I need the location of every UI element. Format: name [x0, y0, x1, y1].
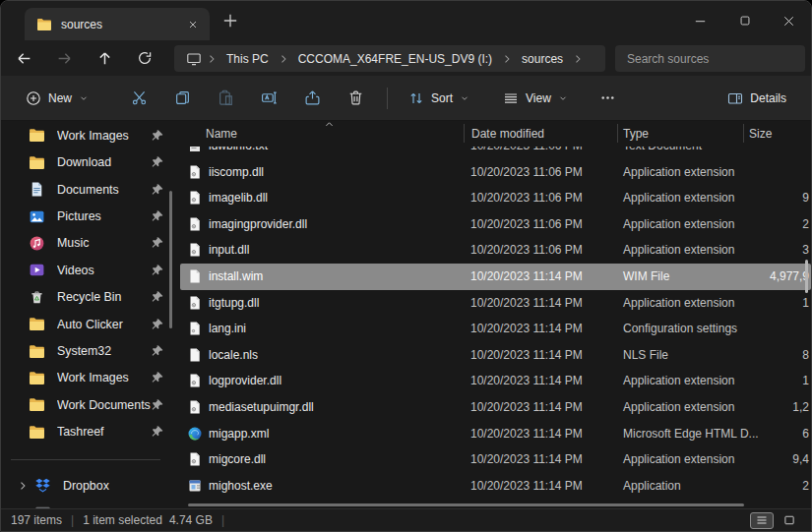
expander-chevron-icon[interactable] [17, 480, 29, 492]
folder-icon [29, 396, 45, 413]
more-options-icon[interactable] [589, 82, 628, 115]
sidebar-item-videos[interactable]: Videos [7, 257, 168, 283]
pin-icon [151, 209, 164, 223]
sidebar-item-music[interactable]: Music [7, 230, 168, 257]
file-row-logprovider-dll[interactable]: logprovider.dll10/20/2023 11:14 PMApplic… [180, 368, 811, 394]
dropbox-icon [34, 477, 51, 494]
file-row-mighost-exe[interactable]: mighost.exe10/20/2023 11:14 PMApplicatio… [180, 473, 811, 500]
file-date-modified: 10/20/2023 11:06 PM [470, 147, 583, 152]
cut-icon[interactable] [119, 82, 158, 115]
file-name: locale.nls [209, 348, 258, 362]
file-row-imagelib-dll[interactable]: imagelib.dll10/20/2023 11:06 PMApplicati… [180, 185, 811, 211]
column-headers: Name Date modified Type Size [180, 121, 811, 146]
plus-circle-icon [26, 90, 41, 106]
sidebar-item-documents[interactable]: Documents [7, 176, 168, 203]
file-row-idwbinfo-txt[interactable]: idwbinfo.txt10/20/2023 11:06 PMText Docu… [180, 147, 811, 159]
paste-icon[interactable] [206, 82, 245, 115]
back-icon[interactable] [9, 43, 38, 73]
file-row-migapp-xml[interactable]: migapp.xml10/20/2023 11:14 PMMicrosoft E… [180, 421, 811, 447]
horizontal-scrollbar-thumb[interactable] [188, 503, 744, 506]
file-date-modified: 10/20/2023 11:14 PM [470, 427, 583, 441]
breadcrumb-sources[interactable]: sources [515, 52, 570, 66]
file-rows: idwbinfo.txt10/20/2023 11:06 PMText Docu… [180, 147, 811, 502]
column-header-date[interactable]: Date modified [471, 127, 544, 141]
view-lines-icon [503, 90, 519, 106]
file-type: Text Document [623, 147, 702, 152]
details-view-toggle[interactable] [750, 512, 774, 529]
file-row-mediasetupuimgr-dll[interactable]: mediasetupuimgr.dll10/20/2023 11:14 PMAp… [180, 394, 811, 421]
toolbar-divider [387, 88, 388, 109]
address-box[interactable]: This PC CCCOMA_X64FRE_EN-US_DV9 (I:) sou… [174, 45, 605, 72]
file-row-migcore-dll[interactable]: migcore.dll10/20/2023 11:14 PMApplicatio… [180, 446, 811, 473]
pin-icon [151, 318, 164, 331]
refresh-icon[interactable] [130, 43, 159, 73]
pin-icon [151, 129, 164, 143]
file-type: Application extension [623, 243, 734, 257]
maximize-button[interactable] [722, 1, 767, 40]
file-name: lang.ini [209, 322, 246, 335]
details-button[interactable]: Details [717, 84, 797, 113]
file-row-imagingprovider-dll[interactable]: imagingprovider.dll10/20/2023 11:06 PMAp… [180, 211, 811, 238]
large-icons-view-toggle[interactable] [778, 512, 801, 529]
copy-icon[interactable] [162, 82, 202, 115]
monitor-icon [186, 51, 202, 67]
tab-sources[interactable]: sources [25, 8, 210, 40]
file-name: install.wim [209, 269, 263, 283]
new-tab-button[interactable] [221, 12, 239, 30]
sidebar-scrollbar[interactable] [169, 191, 172, 328]
column-header-size[interactable]: Size [749, 127, 772, 141]
share-icon[interactable] [292, 82, 332, 115]
breadcrumb-drive[interactable]: CCCOMA_X64FRE_EN-US_DV9 (I:) [291, 52, 499, 66]
file-row-itgtupg-dll[interactable]: itgtupg.dll10/20/2023 11:14 PMApplicatio… [180, 290, 811, 317]
sidebar-item-tashreef[interactable]: Tashreef [7, 419, 168, 445]
sidebar-item-system32[interactable]: System32 [7, 338, 168, 365]
forward-icon[interactable] [49, 43, 79, 73]
breadcrumb-this-pc[interactable]: This PC [219, 52, 276, 66]
folder-icon [29, 424, 45, 441]
sidebar-item-this-pc[interactable]: This PC [7, 500, 168, 508]
vertical-scrollbar-thumb[interactable] [805, 260, 808, 293]
search-input[interactable] [615, 45, 805, 72]
file-row-install-wim[interactable]: install.wim10/20/2023 11:14 PMWIM File4,… [180, 264, 811, 290]
file-type: Application extension [623, 400, 734, 414]
up-icon[interactable] [90, 43, 119, 73]
folder-icon [29, 316, 45, 332]
edge-icon [187, 426, 203, 442]
pin-icon [151, 398, 164, 412]
sidebar-item-recycle-bin[interactable]: Recycle Bin [7, 284, 168, 311]
sidebar-item-download[interactable]: Download [7, 149, 168, 176]
sidebar-item-work-images[interactable]: Work Images [7, 365, 168, 391]
delete-icon[interactable] [336, 82, 375, 115]
sidebar-item-dropbox[interactable]: Dropbox [7, 472, 168, 499]
close-button[interactable] [767, 1, 811, 40]
sidebar-item-label: Videos [57, 264, 151, 277]
file-row-iiscomp-dll[interactable]: iiscomp.dll10/20/2023 11:06 PMApplicatio… [180, 159, 811, 186]
file-size: 4,977,9 [729, 269, 809, 283]
sidebar-item-work-documents[interactable]: Work Documents [7, 391, 168, 418]
folder-icon [29, 370, 45, 386]
pin-icon [151, 155, 164, 169]
chevron-down-icon [558, 93, 568, 103]
details-pane-icon [727, 90, 743, 106]
rename-icon[interactable] [249, 82, 288, 115]
column-header-name[interactable]: Name [206, 127, 237, 141]
file-date-modified: 10/20/2023 11:06 PM [470, 191, 583, 205]
sidebar-item-label: Documents [57, 183, 151, 197]
file-row-input-dll[interactable]: input.dll10/20/2023 11:06 PMApplication … [180, 237, 811, 264]
new-button[interactable]: New [15, 84, 99, 113]
folder-icon [29, 343, 45, 360]
sidebar-item-pictures[interactable]: Pictures [7, 204, 168, 230]
file-row-lang-ini[interactable]: lang.ini10/20/2023 11:14 PMConfiguration… [180, 316, 811, 342]
minimize-button[interactable] [678, 1, 722, 40]
sort-button[interactable]: Sort [398, 84, 480, 113]
column-header-type[interactable]: Type [623, 127, 649, 141]
file-row-locale-nls[interactable]: locale.nls10/20/2023 11:14 PMNLS File8 [180, 342, 811, 369]
dll-icon [187, 242, 203, 258]
sort-ascending-icon [324, 121, 335, 130]
file-size: 1 [729, 296, 809, 310]
sort-label: Sort [431, 91, 453, 105]
sidebar-item-auto-clicker[interactable]: Auto Clicker [7, 311, 168, 337]
view-button[interactable]: View [492, 84, 579, 113]
tab-close-icon[interactable] [184, 16, 202, 33]
sidebar-item-work-images[interactable]: Work Images [7, 122, 168, 148]
